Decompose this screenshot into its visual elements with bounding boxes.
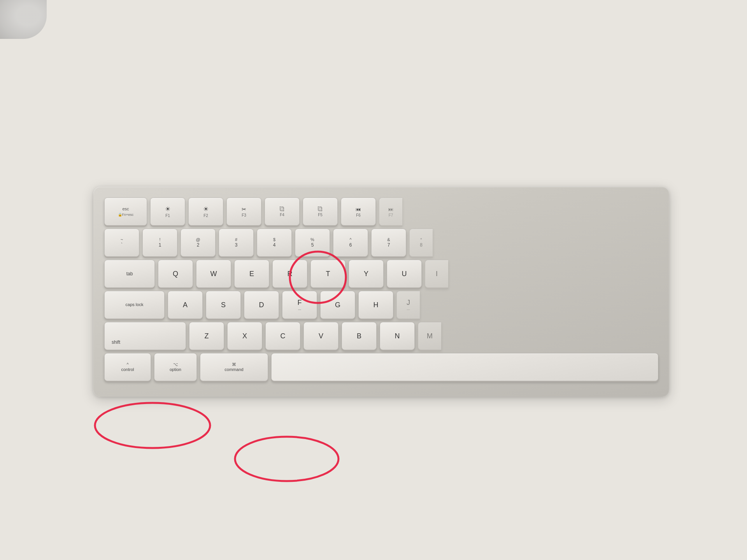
f6-label: F6 [356,213,361,217]
key-f3[interactable]: ✂ F3 [226,198,261,226]
key-f6[interactable]: ⏮ F6 [341,198,376,226]
f4-icon: ⿻ [280,206,285,212]
key-command[interactable]: ⌘ command [200,353,268,381]
f2-icon: ☀ [203,205,209,213]
keyboard: esc 🔒Fn+esc ☀ F1 ☀ F2 ✂ F3 ⿻ F4 ⿻ F5 [93,187,669,397]
f5-label: F5 [318,213,323,217]
keyboard-wrapper: esc 🔒Fn+esc ☀ F1 ☀ F2 ✂ F3 ⿻ F4 ⿻ F5 [93,187,669,397]
key-b[interactable]: B [342,322,377,350]
key-x[interactable]: X [227,322,262,350]
key-u[interactable]: U [387,260,422,288]
key-m[interactable]: M [418,322,441,350]
f6-icon: ⏮ [356,206,361,212]
f5-icon: ⿻ [318,206,323,212]
key-2[interactable]: @ 2 [181,229,216,257]
f7-icon: ⏭ [388,206,394,212]
f4-label: F4 [280,213,284,217]
f2-label: F2 [203,214,208,218]
key-h[interactable]: H [358,291,393,319]
key-f2[interactable]: ☀ F2 [188,198,223,226]
asdf-row: caps lock A S D F — G H J — [104,291,658,319]
key-g[interactable]: G [320,291,355,319]
esc-label: esc [122,206,129,212]
key-tilde[interactable]: ~ ` [104,229,139,257]
key-n[interactable]: N [380,322,415,350]
bottom-row: ^ control ⌥ option ⌘ command [104,353,658,381]
key-j[interactable]: J — [396,291,420,319]
num-row: ~ ` ! 1 @ 2 # 3 $ 4 % 5 [104,229,658,257]
key-space[interactable] [271,353,658,381]
svg-point-1 [95,403,210,448]
key-esc[interactable]: esc 🔒Fn+esc [104,198,147,226]
f1-label: F1 [165,214,170,218]
fn-row: esc 🔒Fn+esc ☀ F1 ☀ F2 ✂ F3 ⿻ F4 ⿻ F5 [104,198,658,226]
key-5[interactable]: % 5 [295,229,330,257]
key-4[interactable]: $ 4 [257,229,292,257]
key-tab[interactable]: tab [104,260,155,288]
f3-label: F3 [242,213,246,217]
key-shift-left[interactable]: shift [104,322,186,350]
key-f4[interactable]: ⿻ F4 [265,198,300,226]
zxcv-row: shift Z X C V B N M [104,322,658,350]
key-w[interactable]: W [196,260,231,288]
key-t[interactable]: T [310,260,345,288]
key-8[interactable]: * 8 [409,229,433,257]
key-a[interactable]: A [168,291,203,319]
qwerty-row: tab Q W E R T Y U I [104,260,658,288]
key-v[interactable]: V [303,322,338,350]
f7-label: F7 [389,213,393,217]
key-y[interactable]: Y [349,260,384,288]
key-1[interactable]: ! 1 [142,229,177,257]
mouse-decoration [0,0,47,39]
f3-icon: ✂ [242,206,246,212]
key-c[interactable]: C [265,322,300,350]
key-q[interactable]: Q [158,260,193,288]
key-f5[interactable]: ⿻ F5 [303,198,338,226]
f1-icon: ☀ [165,205,170,213]
key-option[interactable]: ⌥ option [154,353,197,381]
key-f1[interactable]: ☀ F1 [150,198,185,226]
esc-sub: 🔒Fn+esc [118,213,134,217]
key-r[interactable]: R [272,260,307,288]
key-control[interactable]: ^ control [104,353,151,381]
key-6[interactable]: ^ 6 [333,229,368,257]
key-z[interactable]: Z [189,322,224,350]
key-caps-lock[interactable]: caps lock [104,291,165,319]
key-e[interactable]: E [234,260,269,288]
key-s[interactable]: S [206,291,241,319]
key-d[interactable]: D [244,291,279,319]
key-f[interactable]: F — [282,291,317,319]
key-3[interactable]: # 3 [219,229,254,257]
key-f7[interactable]: ⏭ F7 [379,198,402,226]
key-7[interactable]: & 7 [371,229,406,257]
svg-point-2 [235,437,338,481]
key-i[interactable]: I [425,260,448,288]
